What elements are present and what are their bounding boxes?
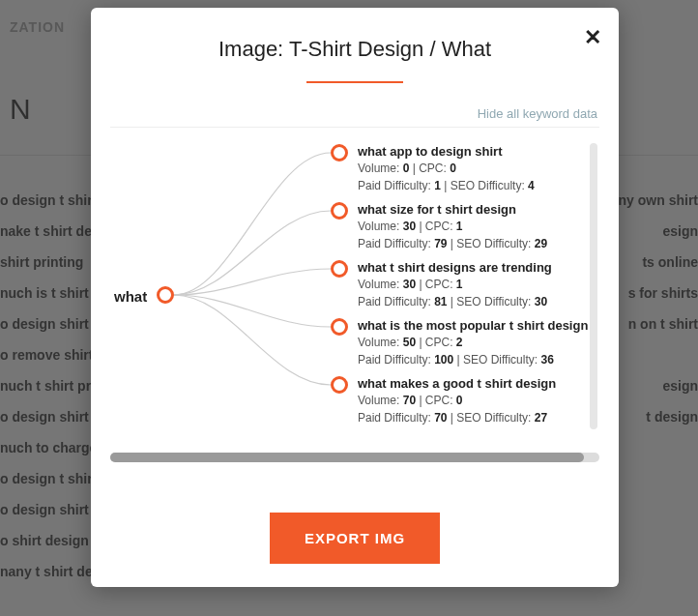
child-body: what t shirt designs are trendingVolume:… bbox=[348, 260, 552, 310]
child-node-icon bbox=[331, 144, 348, 161]
child-meta-line2: Paid Difficulty: 1 | SEO Difficulty: 4 bbox=[358, 177, 535, 194]
child-meta-line2: Paid Difficulty: 81 | SEO Difficulty: 30 bbox=[358, 293, 552, 310]
child-title: what is the most popular t shirt design bbox=[358, 318, 588, 334]
child-title: what t shirt designs are trending bbox=[358, 260, 552, 276]
child-node-icon bbox=[331, 202, 348, 220]
child-body: what makes a good t shirt designVolume: … bbox=[348, 376, 556, 426]
child-title: what app to design shirt bbox=[358, 144, 535, 160]
child-meta-line2: Paid Difficulty: 79 | SEO Difficulty: 29 bbox=[358, 235, 547, 252]
child-meta-line2: Paid Difficulty: 100 | SEO Difficulty: 3… bbox=[358, 351, 588, 368]
child-meta-line1: Volume: 50 | CPC: 2 bbox=[358, 334, 588, 351]
child-meta-line1: Volume: 0 | CPC: 0 bbox=[358, 160, 535, 177]
export-img-button[interactable]: EXPORT IMG bbox=[270, 513, 440, 564]
branch-lines bbox=[174, 141, 348, 441]
child-node[interactable]: what makes a good t shirt designVolume: … bbox=[331, 376, 556, 426]
child-node-icon bbox=[331, 376, 348, 394]
hide-keyword-data-link[interactable]: Hide all keyword data bbox=[91, 83, 619, 127]
root-node-icon bbox=[157, 286, 174, 304]
child-node[interactable]: what is the most popular t shirt designV… bbox=[331, 318, 588, 368]
child-meta-line1: Volume: 30 | CPC: 1 bbox=[358, 276, 552, 293]
keyword-tree[interactable]: what what app to design shirtVolume: 0 |… bbox=[110, 141, 599, 441]
child-meta-line2: Paid Difficulty: 70 | SEO Difficulty: 27 bbox=[358, 409, 556, 426]
close-icon[interactable]: ✕ bbox=[584, 27, 601, 48]
child-node[interactable]: what t shirt designs are trendingVolume:… bbox=[331, 260, 552, 310]
root-label: what bbox=[114, 288, 147, 305]
child-node-icon bbox=[331, 260, 348, 278]
child-title: what size for t shirt design bbox=[358, 202, 547, 218]
horizontal-scrollbar-thumb[interactable] bbox=[110, 453, 584, 462]
child-body: what is the most popular t shirt designV… bbox=[348, 318, 588, 368]
child-meta-line1: Volume: 70 | CPC: 0 bbox=[358, 392, 556, 409]
child-node[interactable]: what size for t shirt designVolume: 30 |… bbox=[331, 202, 547, 252]
export-modal: ✕ Image: T-Shirt Design / What Hide all … bbox=[91, 8, 619, 587]
horizontal-scrollbar[interactable] bbox=[110, 453, 599, 462]
child-node-icon bbox=[331, 318, 348, 336]
child-body: what app to design shirtVolume: 0 | CPC:… bbox=[348, 144, 535, 194]
vertical-scrollbar[interactable] bbox=[590, 143, 597, 429]
child-node[interactable]: what app to design shirtVolume: 0 | CPC:… bbox=[331, 144, 535, 194]
modal-title: Image: T-Shirt Design / What bbox=[91, 8, 619, 70]
child-meta-line1: Volume: 30 | CPC: 1 bbox=[358, 218, 547, 235]
child-title: what makes a good t shirt design bbox=[358, 376, 556, 392]
divider bbox=[110, 127, 599, 128]
child-body: what size for t shirt designVolume: 30 |… bbox=[348, 202, 547, 252]
